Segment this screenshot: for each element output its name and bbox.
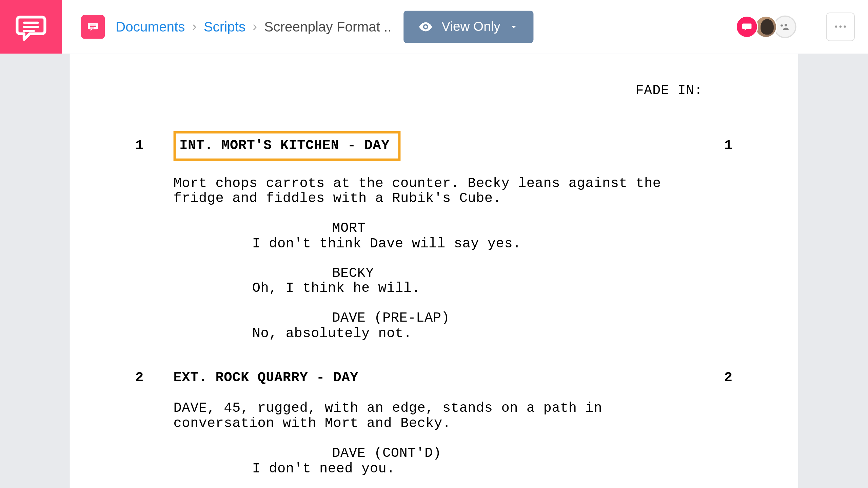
svg-point-6 [785, 24, 787, 26]
dialogue-block: MORT I don't think Dave will say yes. [174, 221, 733, 252]
svg-point-9 [835, 26, 837, 28]
dialogue-block: DAVE (PRE-LAP) No, absolutely not. [174, 311, 733, 342]
action-text: Mort chops carrots at the counter. Becky… [174, 176, 674, 207]
more-options-button[interactable] [826, 13, 855, 41]
dialogue-block: BECKY Oh, I think he will. [174, 266, 733, 297]
scene-heading[interactable]: INT. MORT'S KITCHEN - DAY [174, 131, 400, 160]
scene-number-left: 1 [135, 138, 174, 153]
chevron-right-icon: › [253, 19, 257, 35]
dialogue-line: No, absolutely not. [252, 326, 586, 342]
character-cue: DAVE (PRE-LAP) [332, 311, 732, 326]
breadcrumb-current: Screenplay Format .. [264, 19, 391, 35]
dialogue-line: I don't think Dave will say yes. [252, 236, 586, 251]
svg-rect-8 [782, 24, 783, 27]
character-cue: MORT [332, 221, 732, 236]
chevron-right-icon: › [192, 19, 197, 35]
scene-number-right: 2 [724, 370, 733, 386]
chevron-down-icon [509, 21, 519, 32]
script-page: FADE IN: 1 INT. MORT'S KITCHEN - DAY 1 M… [70, 54, 798, 488]
svg-point-10 [840, 26, 842, 28]
scene-number-right: 1 [724, 138, 733, 153]
character-cue: BECKY [332, 266, 732, 281]
presence-badge[interactable] [735, 16, 758, 38]
dialogue-block: DAVE (CONT'D) I don't need you. [174, 446, 733, 477]
content-area: FADE IN: 1 INT. MORT'S KITCHEN - DAY 1 M… [0, 54, 868, 488]
chat-bubble-icon [14, 10, 47, 43]
dialogue-line: Oh, I think he will. [252, 281, 586, 297]
action-text: DAVE, 45, rugged, with an edge, stands o… [174, 401, 674, 432]
breadcrumb: Documents › Scripts › Screenplay Format … [116, 19, 392, 35]
eye-icon [418, 19, 433, 35]
ellipsis-icon [834, 25, 847, 29]
dialogue-line: I don't need you. [252, 462, 586, 477]
character-cue: DAVE (CONT'D) [332, 446, 732, 461]
scene-heading[interactable]: EXT. ROCK QUARRY - DAY [174, 370, 358, 386]
chat-bubble-icon [86, 20, 100, 34]
topbar-right [735, 13, 868, 41]
scene-heading-row: 2 EXT. ROCK QUARRY - DAY 2 [135, 370, 733, 386]
breadcrumb-scripts[interactable]: Scripts [204, 19, 246, 35]
view-mode-label: View Only [441, 19, 500, 35]
scene-number-left: 2 [135, 370, 174, 386]
breadcrumb-documents[interactable]: Documents [116, 19, 185, 35]
topbar: Documents › Scripts › Screenplay Format … [0, 0, 868, 54]
svg-point-11 [844, 26, 846, 28]
view-mode-button[interactable]: View Only [403, 11, 534, 43]
transition-in: FADE IN: [135, 83, 703, 99]
app-logo[interactable] [0, 0, 62, 54]
chat-bubble-icon [740, 20, 753, 34]
person-add-icon [780, 21, 790, 32]
project-icon[interactable] [81, 15, 105, 39]
scene-heading-row: 1 INT. MORT'S KITCHEN - DAY 1 [135, 131, 733, 160]
